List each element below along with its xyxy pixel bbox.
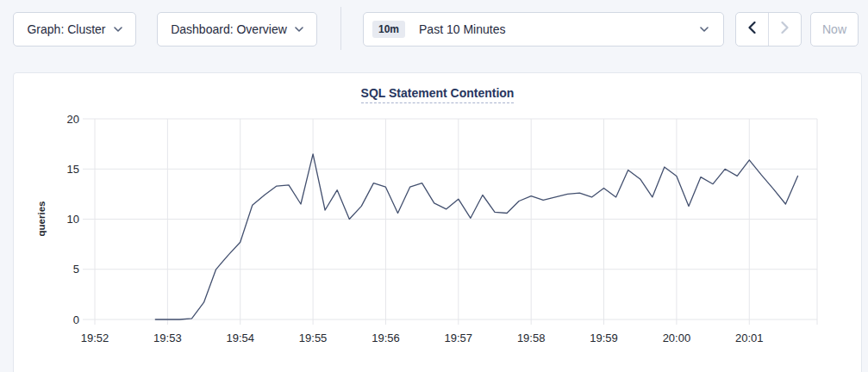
time-range-label: Past 10 Minutes xyxy=(419,22,505,36)
prev-time-button[interactable] xyxy=(736,13,768,46)
time-range-dropdown[interactable]: 10m Past 10 Minutes xyxy=(363,12,724,46)
chart-title[interactable]: SQL Statement Contention xyxy=(361,86,515,103)
chevron-left-icon xyxy=(748,22,756,37)
x-tick-label: 19:55 xyxy=(299,332,328,344)
y-tick-label: 15 xyxy=(67,163,79,176)
time-range-badge: 10m xyxy=(372,21,405,38)
series-line xyxy=(155,154,797,319)
chart-card: SQL Statement Contention 0510152019:5219… xyxy=(13,72,862,372)
chevron-right-icon xyxy=(781,22,789,37)
graph-dropdown-label: Graph: Cluster xyxy=(27,22,105,36)
chart-title-row: SQL Statement Contention xyxy=(14,85,861,104)
chevron-down-icon xyxy=(114,27,122,32)
dashboard-dropdown-label: Dashboard: Overview xyxy=(171,22,287,36)
toolbar: Graph: Cluster Dashboard: Overview 10m P… xyxy=(0,0,868,60)
now-button[interactable]: Now xyxy=(810,12,859,46)
y-axis-label: queries xyxy=(36,202,47,237)
sql-statement-contention-chart[interactable]: 0510152019:5219:5319:5419:5519:5619:5719… xyxy=(14,113,861,354)
y-tick-label: 0 xyxy=(73,313,79,326)
toolbar-divider xyxy=(340,7,341,50)
dashboard-dropdown[interactable]: Dashboard: Overview xyxy=(157,12,317,46)
next-time-button[interactable] xyxy=(768,13,801,46)
now-button-label: Now xyxy=(822,22,846,36)
x-tick-label: 19:59 xyxy=(590,332,618,344)
graph-dropdown[interactable]: Graph: Cluster xyxy=(13,12,136,46)
chevron-down-icon xyxy=(700,27,709,32)
x-tick-label: 20:00 xyxy=(663,332,691,344)
y-tick-label: 5 xyxy=(73,263,79,276)
time-step-button-group xyxy=(735,12,802,46)
x-tick-label: 19:54 xyxy=(226,332,254,344)
x-tick-label: 19:57 xyxy=(445,332,473,344)
x-tick-label: 19:56 xyxy=(372,332,400,344)
x-tick-label: 19:52 xyxy=(81,332,109,344)
x-tick-label: 19:58 xyxy=(517,332,546,344)
y-tick-label: 10 xyxy=(67,213,79,226)
x-tick-label: 20:01 xyxy=(735,332,764,344)
chevron-down-icon xyxy=(295,27,303,32)
x-tick-label: 19:53 xyxy=(153,332,182,344)
y-tick-label: 20 xyxy=(67,113,79,126)
